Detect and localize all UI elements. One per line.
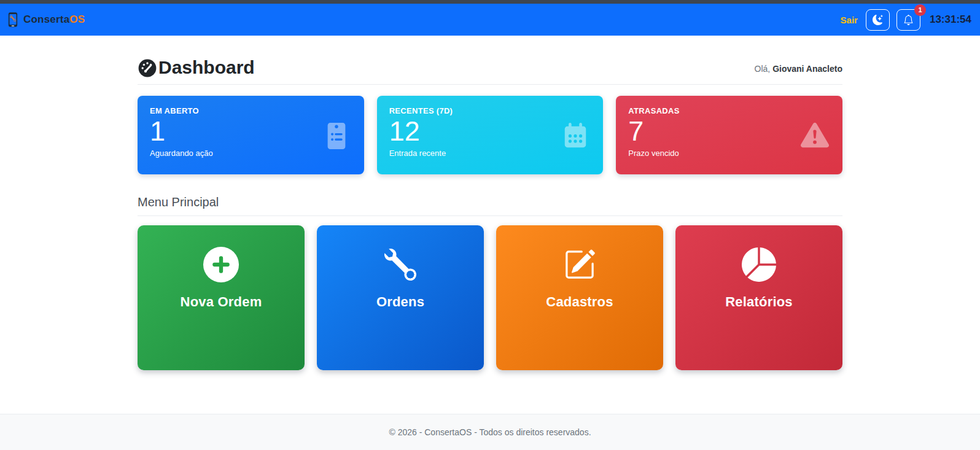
stat-value: 7 [628,115,830,147]
clipboard-list-icon [322,121,351,149]
notifications-button[interactable]: 1 [896,9,920,31]
stats-row: EM ABERTO 1 Aguardando ação RECENTES (7D… [138,96,842,174]
menu-card-label: Ordens [376,294,424,310]
stat-card-em-aberto[interactable]: EM ABERTO 1 Aguardando ação [138,96,364,174]
logout-link[interactable]: Sair [841,15,858,25]
stat-caption: Aguardando ação [150,149,352,158]
page-title: Dashboard [138,56,255,78]
pencil-square-icon [564,247,596,282]
copyright-text: © 2026 - ConsertaOS - Todos os direitos … [389,427,591,437]
navbar-actions: Sair 1 13:31:54 [841,9,971,31]
menu-divider [138,215,842,216]
menu-card-cadastros[interactable]: Cadastros [496,225,663,370]
notification-badge: 1 [914,4,926,16]
clock: 13:31:54 [930,14,971,26]
stat-value: 1 [150,115,352,147]
dark-mode-toggle-button[interactable] [866,9,890,31]
stat-label: ATRASADAS [628,106,830,115]
stat-caption: Entrada recente [389,149,591,158]
bell-icon [903,15,914,25]
stat-label: RECENTES (7D) [389,106,591,115]
main-menu: Nova Ordem Ordens Cadastros [138,225,842,370]
speedometer-icon [138,58,157,78]
pie-chart-icon [742,247,776,282]
navbar: ConsertaOS Sair 1 13:31:54 [0,4,980,36]
stat-caption: Prazo vencido [628,149,830,158]
footer: © 2026 - ConsertaOS - Todos os direitos … [0,414,980,450]
main-content: Dashboard Olá, Giovani Anacleto EM ABERT… [0,36,980,389]
stat-card-recentes[interactable]: RECENTES (7D) 12 Entrada recente [377,96,604,174]
stat-card-atrasadas[interactable]: ATRASADAS 7 Prazo vencido [616,96,842,174]
calendar-icon [561,121,589,149]
plus-circle-icon [203,247,239,282]
menu-card-label: Relatórios [725,294,793,310]
brand-name-accent: OS [69,14,85,25]
user-name: Giovani Anacleto [772,64,842,74]
title-divider [138,84,842,85]
greeting-prefix: Olá, [755,64,771,74]
wrench-icon [384,247,416,282]
brand-name: ConsertaOS [23,14,85,26]
menu-section-title: Menu Principal [138,195,842,209]
menu-card-label: Cadastros [546,294,613,310]
stat-label: EM ABERTO [150,106,352,115]
phone-wrench-logo-icon [5,12,21,28]
brand-logo[interactable]: ConsertaOS [5,12,85,28]
page-title-text: Dashboard [158,57,255,78]
moon-stars-icon [873,15,883,25]
menu-card-nova-ordem[interactable]: Nova Ordem [138,225,305,370]
stat-value: 12 [389,115,591,147]
menu-card-ordens[interactable]: Ordens [317,225,484,370]
warning-triangle-icon [801,121,829,149]
menu-card-relatorios[interactable]: Relatórios [675,225,842,370]
greeting: Olá, Giovani Anacleto [755,64,842,78]
menu-card-label: Nova Ordem [181,294,262,310]
